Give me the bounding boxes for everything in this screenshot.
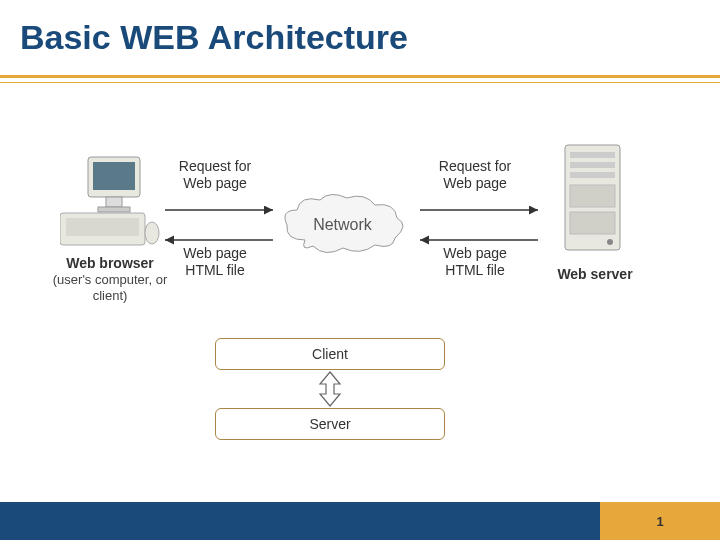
svg-rect-3 <box>98 207 130 212</box>
svg-rect-10 <box>570 172 615 178</box>
svg-rect-2 <box>106 197 122 207</box>
svg-point-13 <box>607 239 613 245</box>
svg-rect-1 <box>93 162 135 190</box>
svg-rect-9 <box>570 162 615 168</box>
slide-title: Basic WEB Architecture <box>0 0 720 57</box>
server-tower-icon <box>555 140 635 260</box>
svg-rect-8 <box>570 152 615 158</box>
server-node: Web server <box>545 140 645 282</box>
server-label: Web server <box>545 266 645 282</box>
request-left-label: Request for Web page <box>165 158 265 192</box>
footer-bar <box>0 502 600 540</box>
response-left-label: Web page HTML file <box>165 245 265 279</box>
server-box: Server <box>215 408 445 440</box>
browser-node: Web browser (user's computer, or client) <box>50 155 170 303</box>
page-number: 1 <box>600 502 720 540</box>
browser-sublabel: (user's computer, or client) <box>53 272 167 303</box>
bidirectional-arrow-icon <box>310 370 350 408</box>
title-divider <box>0 75 720 83</box>
request-right-label: Request for Web page <box>425 158 525 192</box>
svg-rect-12 <box>570 212 615 234</box>
client-box-label: Client <box>312 346 348 362</box>
browser-label: Web browser <box>50 255 170 271</box>
network-label: Network <box>275 190 410 260</box>
svg-rect-5 <box>66 218 139 236</box>
server-box-label: Server <box>309 416 350 432</box>
network-node: Network <box>275 190 410 260</box>
svg-rect-11 <box>570 185 615 207</box>
client-box: Client <box>215 338 445 370</box>
slide-footer: 1 <box>0 502 720 540</box>
response-right-label: Web page HTML file <box>425 245 525 279</box>
desktop-computer-icon <box>60 155 160 247</box>
architecture-diagram: Web browser (user's computer, or client)… <box>0 120 720 460</box>
